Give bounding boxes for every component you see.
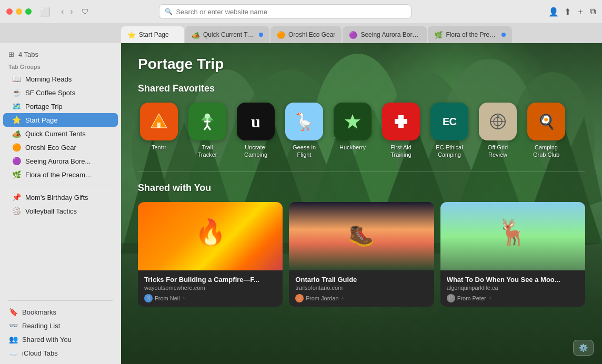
geese-icon: 🪿 — [285, 103, 323, 140]
close-button[interactable] — [6, 8, 13, 15]
card-campfire-url: wayoutsomewhere.com — [144, 285, 276, 291]
profile-icon[interactable]: 👤 — [548, 7, 559, 17]
shared-with-you-title: Shared with You — [138, 183, 585, 194]
tabs-icon: ⊞ — [8, 50, 14, 58]
tab-label: Seeing Aurora Boreali... — [360, 31, 420, 38]
tab-label: Flora of the Precambi... — [446, 31, 498, 38]
search-bar[interactable]: 🔍 — [159, 4, 412, 19]
first-aid-icon — [382, 103, 420, 140]
sidebar-item-volleyball[interactable]: 🏐 Volleyball Tactics — [3, 204, 118, 218]
tab-groups-label: Tab Groups — [0, 59, 121, 72]
first-aid-label: First AidTraining — [390, 144, 412, 159]
sidebar-item-aurora[interactable]: 🟣 Seeing Aurora Bore... — [3, 154, 118, 168]
camping-grub-label: CampingGrub Club — [533, 144, 559, 159]
card-moose[interactable]: What To Do When You See a Moo... algonqu… — [440, 202, 585, 307]
fav-item-uncrate[interactable]: u Uncrate:Camping — [235, 103, 277, 159]
card-moose-image — [440, 202, 585, 270]
sidebar-item-icloud-tabs[interactable]: ☁️ iCloud Tabs — [0, 346, 121, 360]
svg-rect-24 — [157, 123, 160, 128]
tab-count: ⊞ 4 Tabs — [0, 47, 121, 59]
sf-coffee-icon: ☕ — [12, 88, 21, 97]
sidebar-item-label: SF Coffee Spots — [25, 89, 75, 97]
sidebar-item-morning-reads[interactable]: 📖 Morning Reads — [3, 72, 118, 86]
sidebar-item-start-page[interactable]: ⭐ Start Page — [3, 113, 118, 127]
sidebar-item-flora[interactable]: 🌿 Flora of the Precam... — [3, 168, 118, 181]
minimize-button[interactable] — [16, 8, 22, 15]
fav-item-geese[interactable]: 🪿 Geese inFlight — [283, 103, 325, 159]
new-tab-icon[interactable]: ＋ — [576, 6, 585, 17]
svg-rect-33 — [395, 119, 407, 124]
tab-oroshi-icon: 🟠 — [277, 31, 285, 39]
reading-list-icon: 👓 — [8, 321, 18, 330]
shared-icon: 👥 — [8, 335, 18, 343]
sidebar-item-reading-list[interactable]: 👓 Reading List — [0, 319, 121, 332]
tab-quick-current-tents[interactable]: 🏕️ Quick Current Tents — [185, 26, 269, 43]
chevron-right-icon: › — [183, 295, 185, 301]
huckberry-icon — [334, 103, 372, 140]
search-input[interactable] — [176, 8, 406, 16]
sidebar-item-sf-coffee[interactable]: ☕ SF Coffee Spots — [3, 86, 118, 99]
chevron-right-icon: › — [489, 295, 491, 301]
tentrr-icon — [140, 103, 178, 140]
share-icon[interactable]: ⬆ — [564, 7, 571, 17]
forward-button[interactable]: › — [68, 6, 75, 17]
card-trail-info: Ontario Trail Guide trailsofontario.com … — [289, 270, 434, 307]
tab-oroshi[interactable]: 🟠 Oroshi Eco Gear — [270, 26, 342, 43]
sidebar-item-shared-with-you[interactable]: 👥 Shared with You — [0, 332, 121, 346]
card-trail-title: Ontario Trail Guide — [295, 276, 427, 284]
favorites-grid: Tentrr TrailTracker — [138, 103, 585, 159]
sidebar-item-quick-tents[interactable]: 🏕️ Quick Current Tents — [3, 127, 118, 140]
card-campfire-title: Tricks For Building a Campfire—F... — [144, 276, 276, 284]
sidebar-item-label: Morning Reads — [25, 75, 72, 83]
cards-grid: Tricks For Building a Campfire—F... wayo… — [138, 202, 585, 307]
sidebar-divider — [8, 186, 113, 186]
sidebar-item-label: Quick Current Tents — [25, 130, 86, 138]
bookmarks-icon: 🔖 — [8, 308, 18, 316]
tab-tent-icon: 🏕️ — [192, 31, 200, 39]
sidebar-item-oroshi[interactable]: 🟠 Oroshi Eco Gear — [3, 140, 118, 154]
sidebar-item-label: Mom's Birthday Gifts — [25, 194, 88, 201]
chevron-right-icon: › — [342, 295, 344, 301]
sidebar-item-moms-gifts[interactable]: 📌 Mom's Birthday Gifts — [3, 190, 118, 204]
tab-flora[interactable]: 🌿 Flora of the Precambi... — [428, 26, 512, 43]
volleyball-icon: 🏐 — [12, 207, 21, 215]
tabs-bar: ⭐ Start Page 🏕️ Quick Current Tents 🟠 Or… — [0, 23, 602, 43]
sidebar-toggle-icon[interactable]: ⬜ — [40, 7, 51, 17]
huckberry-label: Huckberry — [339, 144, 366, 151]
shared-favorites-title: Shared Favorites — [138, 83, 585, 94]
uncrate-label: Uncrate:Camping — [244, 144, 267, 159]
maximize-button[interactable] — [25, 8, 32, 15]
card-campfire-from: N From Neil › — [144, 294, 276, 302]
tab-aurora[interactable]: 🟣 Seeing Aurora Boreali... — [343, 26, 427, 43]
tab-dot — [259, 33, 263, 37]
card-campfire[interactable]: Tricks For Building a Campfire—F... wayo… — [138, 202, 283, 307]
fav-item-off-grid[interactable]: Off GridReview — [477, 103, 519, 159]
card-trail-url: trailsofontario.com — [295, 285, 427, 291]
content-area: Portage Trip Shared Favorites Tentrr — [121, 43, 602, 364]
card-moose-url: algonquinparklife.ca — [447, 285, 579, 291]
fav-item-trail-tracker[interactable]: TrailTracker — [186, 103, 228, 159]
fav-item-tentrr[interactable]: Tentrr — [138, 103, 180, 159]
tab-overview-icon[interactable]: ⧉ — [590, 7, 596, 16]
fav-item-first-aid[interactable]: First AidTraining — [380, 103, 422, 159]
reading-list-label: Reading List — [22, 322, 60, 330]
tab-start-page[interactable]: ⭐ Start Page — [121, 26, 184, 43]
ec-icon: EC — [430, 103, 468, 140]
fav-item-camping-grub[interactable]: 🍳 CampingGrub Club — [525, 103, 567, 159]
fav-item-huckberry[interactable]: Huckberry — [332, 103, 374, 159]
card-trail[interactable]: Ontario Trail Guide trailsofontario.com … — [289, 202, 434, 307]
sidebar-item-bookmarks[interactable]: 🔖 Bookmarks — [0, 305, 121, 319]
off-grid-icon — [479, 103, 517, 140]
off-grid-label: Off GridReview — [488, 144, 508, 159]
content-inner: Portage Trip Shared Favorites Tentrr — [121, 43, 602, 364]
sidebar-item-label: Flora of the Precam... — [25, 171, 91, 179]
back-button[interactable]: ‹ — [59, 6, 66, 17]
tab-aurora-icon: 🟣 — [349, 31, 357, 39]
svg-line-29 — [207, 126, 210, 130]
sidebar-item-portage-trip[interactable]: 🗺️ Portage Trip — [3, 99, 118, 113]
from-jordan-label: From Jordan — [306, 295, 338, 301]
fav-item-ec[interactable]: EC EC EthicalCamping — [428, 103, 470, 159]
customize-button[interactable]: ⚙️ — [573, 340, 594, 356]
titlebar: ⬜ ‹ › 🛡 🔍 👤 ⬆ ＋ ⧉ — [0, 0, 602, 23]
tab-dot — [501, 33, 506, 37]
